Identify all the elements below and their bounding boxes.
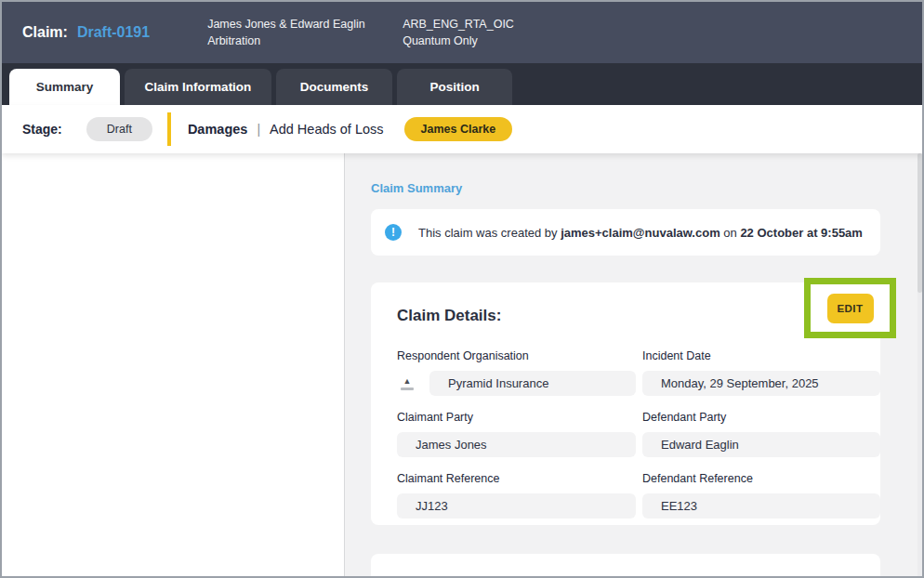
tab-position[interactable]: Position — [397, 69, 512, 105]
case-title: James Jones & Edward Eaglin Arbitration — [207, 16, 384, 49]
case-title-line2: Arbitration — [207, 33, 384, 49]
created-info-text: This claim was created by james+claim@nu… — [418, 226, 863, 240]
field-value: Monday, 29 September, 2025 — [642, 371, 880, 396]
field-label: Claimant Reference — [397, 472, 636, 485]
created-datetime: 22 October at 9:55am — [740, 226, 863, 240]
info-icon: ! — [385, 224, 402, 241]
field-value: James Jones — [397, 432, 636, 457]
scrollbar[interactable] — [917, 153, 922, 576]
tab-bar: Summary Claim Information Documents Posi… — [2, 63, 922, 105]
field-value: EE123 — [642, 493, 880, 519]
tab-claim-information[interactable]: Claim Information — [125, 69, 271, 105]
case-code-line2: Quantum Only — [403, 33, 551, 49]
stage-status-badge: Draft — [86, 117, 152, 141]
assignee-badge: James Clarke — [404, 117, 513, 141]
field-defendant-party: Defendant Party Edward Eaglin — [642, 411, 880, 457]
content-area: Claim Summary ! This claim was created b… — [2, 153, 922, 576]
tab-position-label: Position — [429, 80, 479, 94]
case-code: ARB_ENG_RTA_OIC Quantum Only — [403, 16, 551, 49]
left-panel — [2, 153, 345, 576]
claim-id: Draft-0191 — [77, 24, 150, 41]
tab-documents-label: Documents — [300, 80, 369, 94]
step-action: Add Heads of Loss — [270, 122, 384, 137]
field-value: Pyramid Insurance — [429, 371, 636, 396]
field-label: Incident Date — [642, 349, 880, 362]
claim-label: Claim: — [22, 24, 68, 41]
field-respondent-organisation: Respondent Organisation ▲ Pyramid Insura… — [397, 349, 636, 396]
claim-details-title: Claim Details: — [397, 307, 854, 325]
claim-title: Claim: Draft-0191 — [22, 24, 150, 41]
field-label: Claimant Party — [397, 411, 636, 424]
field-incident-date: Incident Date Monday, 29 September, 2025 — [642, 349, 880, 396]
field-defendant-reference: Defendant Reference EE123 — [642, 472, 880, 519]
step-name: Damages — [188, 122, 247, 137]
field-claimant-reference: Claimant Reference JJ123 — [397, 472, 636, 519]
stage-divider — [167, 112, 171, 146]
field-value: JJ123 — [397, 493, 636, 519]
highlight-box: EDIT — [804, 278, 896, 338]
field-label: Defendant Reference — [642, 472, 880, 485]
stage-label: Stage: — [22, 122, 62, 137]
field-claimant-party: Claimant Party James Jones — [397, 411, 636, 457]
claim-summary-link[interactable]: Claim Summary — [371, 181, 922, 195]
scrollbar-thumb[interactable] — [917, 153, 922, 293]
step-separator: | — [257, 122, 260, 137]
tab-claim-information-label: Claim Information — [145, 80, 252, 94]
case-title-line1: James Jones & Edward Eaglin — [207, 16, 384, 33]
field-value: Edward Eaglin — [642, 432, 880, 457]
edit-button[interactable]: EDIT — [827, 294, 874, 323]
claim-details-fields: Respondent Organisation ▲ Pyramid Insura… — [397, 349, 854, 519]
case-code-line1: ARB_ENG_RTA_OIC — [403, 16, 551, 33]
app-window: Claim: Draft-0191 James Jones & Edward E… — [0, 0, 924, 578]
field-label: Respondent Organisation — [397, 349, 636, 362]
tab-summary-label: Summary — [36, 80, 94, 94]
tab-summary[interactable]: Summary — [9, 69, 120, 105]
pyramid-logo-icon: ▲ — [397, 373, 417, 395]
field-label: Defendant Party — [642, 411, 880, 424]
banner-mid: on — [720, 226, 741, 240]
app-header: Claim: Draft-0191 James Jones & Edward E… — [2, 2, 922, 63]
created-info-banner: ! This claim was created by james+claim@… — [371, 209, 880, 256]
next-card-partial — [371, 554, 880, 576]
stage-bar: Stage: Draft Damages | Add Heads of Loss… — [2, 105, 922, 153]
tab-documents[interactable]: Documents — [276, 69, 392, 105]
creator-email: james+claim@nuvalaw.com — [561, 226, 720, 240]
summary-panel: Claim Summary ! This claim was created b… — [345, 153, 922, 576]
banner-prefix: This claim was created by — [418, 226, 561, 240]
